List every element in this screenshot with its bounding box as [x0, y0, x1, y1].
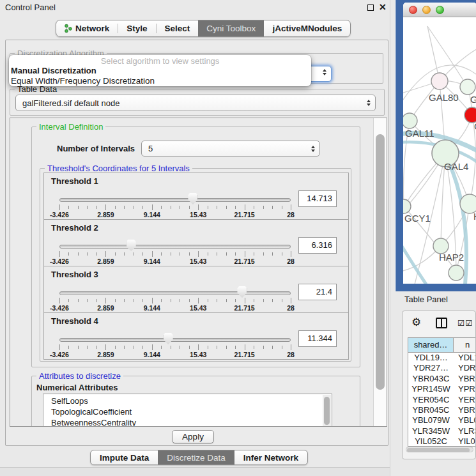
network-node[interactable]: [403, 113, 417, 128]
tick-mark: [115, 299, 116, 302]
table-row[interactable]: YBR043CYBR0: [408, 374, 476, 384]
tab-impute-data[interactable]: Impute Data: [91, 450, 158, 464]
threshold-value-field[interactable]: 21.4: [298, 284, 337, 300]
panel-splitter[interactable]: [390, 0, 395, 476]
threshold-slider-track[interactable]: [59, 338, 291, 342]
tick-mark: [161, 252, 162, 256]
tick-mark: [245, 204, 245, 210]
dropdown-placeholder-item[interactable]: Select algorithm to view settings: [9, 56, 311, 66]
network-canvas[interactable]: GAL80 G. GAL11 GAL4 GCY1 H HAP2 C: [403, 17, 476, 284]
threshold-slider-track[interactable]: [59, 198, 291, 202]
network-node[interactable]: [449, 265, 464, 280]
tick-mark: [291, 204, 291, 210]
tick-mark: [124, 206, 125, 209]
cell-shared-name: YDL19…: [408, 353, 454, 363]
threshold-value-field[interactable]: 11.344: [298, 330, 337, 347]
attribute-item[interactable]: BetweennessCentrality: [43, 417, 332, 427]
minimize-traffic-light-icon[interactable]: [422, 6, 431, 14]
column-header-shared-name[interactable]: shared…: [408, 338, 454, 352]
panel-scrollbar-thumb[interactable]: [376, 134, 385, 390]
column-header-name[interactable]: n: [454, 338, 476, 352]
tab-cyni-toolbox[interactable]: Cyni Toolbox: [198, 20, 264, 36]
tick-mark: [78, 346, 79, 349]
cell-shared-name: YBR045C: [408, 405, 454, 415]
tick-mark: [291, 298, 291, 303]
slider-tick-labels: -3.4262.8599.14415.4321.71528: [59, 304, 291, 312]
close-traffic-light-icon[interactable]: [409, 6, 417, 14]
number-of-intervals-combobox[interactable]: 5: [141, 141, 320, 157]
close-icon[interactable]: ✕: [379, 2, 387, 12]
table-data-combobox[interactable]: galFiltered.sif default node: [15, 95, 376, 111]
threshold-value-field[interactable]: 6.316: [298, 237, 337, 254]
list-scrollbar-thumb[interactable]: [324, 397, 330, 425]
threshold-slider-track[interactable]: [59, 245, 291, 249]
dropdown-option-manual[interactable]: Manual Discretization: [9, 66, 311, 76]
table-horizontal-scrollbar[interactable]: [406, 447, 473, 452]
tab-infer-network[interactable]: Infer Network: [234, 450, 307, 464]
tick-mark: [217, 346, 217, 349]
tick-mark: [161, 206, 162, 209]
table-row[interactable]: YER054CYER0: [408, 395, 476, 405]
columns-icon[interactable]: [436, 318, 447, 328]
combo-value: 5: [148, 144, 309, 153]
table-body: YDL19…YDL1YDR27…YDR2YBR043CYBR0YPR145WYP…: [408, 353, 476, 446]
tab-network[interactable]: Network: [56, 20, 118, 36]
table-row[interactable]: YDR27…YDR2: [408, 363, 476, 373]
tick-mark: [87, 299, 88, 302]
tick-mark: [180, 299, 180, 302]
fieldset-legend: Attributes to discretize: [36, 371, 123, 381]
table-row[interactable]: YPR145WYPR1: [408, 384, 476, 394]
slider-thumb[interactable]: [188, 193, 197, 204]
float-window-icon[interactable]: [367, 4, 374, 11]
zoom-traffic-light-icon[interactable]: [436, 6, 444, 14]
slider-thumb[interactable]: [127, 240, 136, 251]
tick-mark: [263, 252, 264, 256]
cell-shared-name: YLR345W: [408, 426, 454, 436]
tick-mark: [180, 252, 180, 256]
cyni-toolbox-panel: Discretization Algorithm Select algorith…: [5, 40, 388, 446]
network-node[interactable]: [403, 199, 411, 213]
slider-ticks: [59, 344, 291, 350]
tick-mark: [235, 252, 236, 256]
combo-value: galFiltered.sif default node: [22, 98, 365, 108]
gear-icon[interactable]: ⚙: [411, 316, 421, 329]
threshold-label: Threshold 3: [51, 270, 98, 279]
select-columns-checkboxes-icon[interactable]: ☑☑: [457, 318, 473, 328]
slider-thumb[interactable]: [164, 333, 173, 344]
table-row[interactable]: YDL19…YDL1: [408, 353, 476, 363]
dropdown-option-equal-width[interactable]: Equal Width/Frequency Discretization: [9, 76, 311, 86]
table-row[interactable]: YBR045CYBR0: [408, 405, 476, 415]
tab-select[interactable]: Select: [157, 20, 199, 36]
apply-button[interactable]: Apply: [172, 430, 214, 443]
threshold-slider-track[interactable]: [59, 291, 291, 295]
tick-mark: [198, 251, 199, 257]
threshold-label: Threshold 1: [51, 176, 98, 186]
network-window-titlebar: [403, 3, 476, 17]
list-scrollbar[interactable]: [323, 395, 331, 427]
slider-thumb[interactable]: [237, 286, 247, 298]
tick-mark: [180, 346, 180, 349]
panel-scrollbar[interactable]: [373, 118, 387, 426]
tab-label: Network: [75, 24, 109, 33]
tick-mark: [189, 346, 190, 349]
table-row[interactable]: YLR345WYLR3: [408, 426, 476, 436]
threshold-panel: Threshold 2 -3.4262.8599.14415.4321.7152…: [43, 219, 349, 266]
tick-mark: [254, 346, 254, 349]
tick-mark: [235, 299, 236, 302]
tick-mark: [272, 252, 273, 256]
node-label: H: [473, 211, 476, 222]
tick-label: 2.859: [97, 351, 114, 358]
attribute-item[interactable]: TopologicalCoefficient: [43, 406, 332, 417]
network-node[interactable]: [460, 79, 475, 95]
tick-mark: [180, 206, 180, 209]
tab-discretize-data[interactable]: Discretize Data: [158, 450, 234, 464]
attribute-item[interactable]: SelfLoops: [43, 395, 332, 406]
tab-style[interactable]: Style: [118, 20, 155, 36]
tab-jactivemnodules[interactable]: jActiveMNodules: [264, 20, 350, 36]
table-horizontal-scrollbar-thumb[interactable]: [407, 448, 470, 452]
table-panel-toolbar: ⚙ ☑☑: [403, 311, 475, 335]
network-node[interactable]: [431, 73, 448, 89]
table-row[interactable]: YBL079WYBL0: [408, 415, 476, 426]
threshold-value-field[interactable]: 14.713: [298, 190, 337, 207]
table-row[interactable]: YIL052CYIL0: [408, 436, 476, 446]
